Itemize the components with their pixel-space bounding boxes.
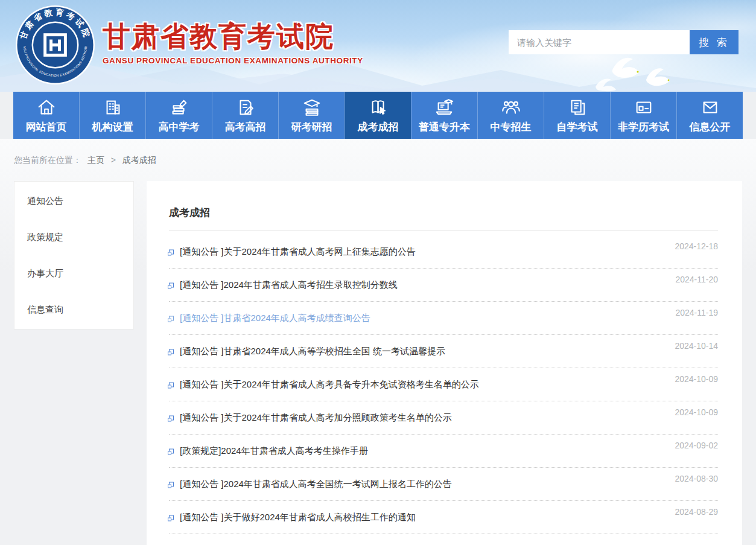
article-row: [通知公告 ]关于2024年甘肃省成人高考网上征集志愿的公告2024-12-18 [169, 235, 718, 269]
article-link[interactable]: [通知公告 ]关于2024年甘肃省成人高考加分照顾政策考生名单的公示 [169, 412, 452, 424]
brand: 甘肃省教育考试院 GANSU PROVINCIAL EDUCATION EXAM… [15, 5, 363, 85]
article-title: [通知公告 ]关于2024年甘肃省成人高考具备专升本免试资格考生名单的公示 [180, 379, 479, 390]
article-row: [通知公告 ]关于2024年甘肃省成人高考加分照顾政策考生名单的公示2024-1… [169, 401, 718, 435]
site-title-english: GANSU PROVINCAL EDUCATION EXAMINATIONS A… [103, 56, 363, 65]
article-row: [通知公告 ]2024年甘肃省成人高考全国统一考试网上报名工作的公告2024-0… [169, 468, 718, 501]
article-date: 2024-11-20 [675, 275, 718, 284]
nav-item-label: 非学历考试 [611, 120, 676, 134]
nav-item-label: 高中学考 [146, 120, 212, 134]
id-card-icon [611, 97, 676, 120]
site-logo: 甘肃省教育考试院 GANSU PROVINCIAL EDUCATION EXAM… [15, 5, 95, 85]
nav-item-label: 普通专升本 [411, 120, 477, 134]
documents-icon [544, 97, 610, 120]
article-title: [通知公告 ]关于2024年甘肃省成人高考网上征集志愿的公告 [180, 246, 416, 258]
article-row: [通知公告 ]2024年甘肃省成人高考招生录取控制分数线2024-11-20 [169, 269, 718, 302]
sidebar-item-policies[interactable]: 政策规定 [14, 219, 133, 255]
sidebar: 通知公告政策规定办事大厅信息查询 [14, 181, 134, 330]
page-body: 您当前所在位置： 主页 > 成考成招 通知公告政策规定办事大厅信息查询 成考成招… [0, 139, 756, 545]
nav-item-label: 网站首页 [13, 120, 79, 134]
breadcrumb-current[interactable]: 成考成招 [122, 155, 156, 165]
main-panel: 成考成招 [通知公告 ]关于2024年甘肃省成人高考网上征集志愿的公告2024-… [147, 181, 742, 545]
nav-item-label: 信息公开 [677, 120, 743, 134]
nav-item-zhuanshengben[interactable]: 普通专升本 [411, 92, 477, 139]
article-title: [通知公告 ]关于2024年甘肃省成人高考加分照顾政策考生名单的公示 [180, 412, 452, 424]
page-title: 成考成招 [169, 181, 718, 231]
books-pencil-icon [146, 97, 212, 120]
article-date: 2024-10-09 [675, 374, 718, 384]
nav-item-gaokao-admission[interactable]: 高考高招 [212, 92, 278, 139]
nav-item-label: 高考高招 [212, 120, 278, 134]
article-row: [通知公告 ]甘肃省2024年成人高考成绩查询公告2024-11-19 [169, 302, 718, 335]
article-date: 2024-08-30 [675, 474, 718, 483]
breadcrumb-prefix: 您当前所在位置： [14, 155, 81, 165]
breadcrumb-home-link[interactable]: 主页 [87, 155, 104, 165]
article-link[interactable]: [通知公告 ]甘肃省2024年成人高等学校招生全国 统一考试温馨提示 [169, 346, 445, 357]
article-link[interactable]: [通知公告 ]关于2024年甘肃省成人高考具备专升本免试资格考生名单的公示 [169, 379, 479, 390]
article-title: [通知公告 ]2024年甘肃省成人高考全国统一考试网上报名工作的公告 [180, 479, 452, 490]
site-title: 甘肃省教育考试院 [103, 21, 363, 53]
search-box: 搜 索 [509, 30, 739, 54]
nav-item-adult-exam[interactable]: 成考成招 [345, 92, 411, 139]
article-date: 2024-11-19 [675, 308, 718, 317]
article-title: [通知公告 ]2024年甘肃省成人高考招生录取控制分数线 [180, 279, 398, 291]
laptop-cap-icon [411, 97, 477, 120]
nav-item-label: 研考研招 [279, 120, 345, 134]
article-date: 2024-09-02 [675, 441, 718, 450]
nav-item-label: 中专招生 [478, 120, 544, 134]
article-title: [通知公告 ]甘肃省2024年成人高考成绩查询公告 [180, 313, 370, 324]
article-bullet-icon [169, 415, 174, 420]
article-list: [通知公告 ]关于2024年甘肃省成人高考网上征集志愿的公告2024-12-18… [169, 231, 718, 534]
building-icon [80, 97, 145, 120]
article-title: [政策规定]2024年甘肃省成人高考考生操作手册 [180, 445, 368, 457]
article-link[interactable]: [通知公告 ]2024年甘肃省成人高考招生录取控制分数线 [169, 279, 398, 291]
article-title: [通知公告 ]甘肃省2024年成人高等学校招生全国 统一考试温馨提示 [180, 346, 445, 357]
nav-item-label: 自学考试 [544, 120, 610, 134]
article-bullet-icon [169, 316, 174, 320]
nav-item-org-setup[interactable]: 机构设置 [79, 92, 145, 139]
article-date: 2024-10-14 [675, 341, 718, 351]
search-input[interactable] [509, 30, 690, 54]
article-link[interactable]: [通知公告 ]关于做好2024年甘肃省成人高校招生工作的通知 [169, 512, 416, 523]
nav-item-info-disclosure[interactable]: 信息公开 [676, 92, 743, 139]
article-bullet-icon [169, 482, 174, 486]
article-bullet-icon [169, 282, 174, 287]
nav-item-home[interactable]: 网站首页 [13, 92, 79, 139]
people-icon [478, 97, 544, 120]
nav-item-secondary-vocational[interactable]: 中专招生 [477, 92, 544, 139]
article-link[interactable]: [通知公告 ]2024年甘肃省成人高考全国统一考试网上报名工作的公告 [169, 479, 452, 490]
article-bullet-icon [169, 448, 174, 453]
book-cursor-icon [345, 97, 411, 120]
main-nav: 网站首页机构设置高中学考高考高招研考研招成考成招普通专升本中专招生自学考试非学历… [13, 92, 743, 139]
article-row: [政策规定]2024年甘肃省成人高考考生操作手册2024-09-02 [169, 435, 718, 468]
article-row: [通知公告 ]关于做好2024年甘肃省成人高校招生工作的通知2024-08-29 [169, 501, 718, 534]
article-link[interactable]: [通知公告 ]甘肃省2024年成人高考成绩查询公告 [169, 313, 370, 324]
nav-item-self-study-exam[interactable]: 自学考试 [544, 92, 610, 139]
article-title: [通知公告 ]关于做好2024年甘肃省成人高校招生工作的通知 [180, 512, 416, 523]
nav-item-high-school-exam[interactable]: 高中学考 [145, 92, 212, 139]
sidebar-item-info-query[interactable]: 信息查询 [14, 292, 133, 328]
breadcrumb: 您当前所在位置： 主页 > 成考成招 [14, 139, 742, 181]
article-bullet-icon [169, 349, 174, 354]
article-bullet-icon [169, 382, 174, 387]
search-button[interactable]: 搜 索 [690, 30, 739, 54]
sidebar-item-notices[interactable]: 通知公告 [14, 183, 133, 219]
graduation-books-icon [279, 97, 345, 120]
article-row: [通知公告 ]甘肃省2024年成人高等学校招生全国 统一考试温馨提示2024-1… [169, 335, 718, 368]
sidebar-item-service-hall[interactable]: 办事大厅 [14, 255, 133, 292]
article-row: [通知公告 ]关于2024年甘肃省成人高考具备专升本免试资格考生名单的公示202… [169, 368, 718, 401]
article-bullet-icon [169, 249, 174, 254]
home-icon [13, 97, 79, 120]
article-date: 2024-08-29 [675, 507, 718, 517]
nav-item-non-degree-exam[interactable]: 非学历考试 [610, 92, 676, 139]
article-link[interactable]: [政策规定]2024年甘肃省成人高考考生操作手册 [169, 445, 368, 457]
article-date: 2024-12-18 [675, 241, 718, 251]
breadcrumb-separator: > [111, 155, 116, 165]
article-link[interactable]: [通知公告 ]关于2024年甘肃省成人高考网上征集志愿的公告 [169, 246, 416, 258]
nav-item-label: 成考成招 [345, 120, 411, 134]
article-date: 2024-10-09 [675, 407, 718, 417]
nav-item-postgrad-exam[interactable]: 研考研招 [278, 92, 345, 139]
doves-decoration [594, 53, 685, 92]
envelope-icon [677, 97, 743, 120]
document-pen-icon [212, 97, 278, 120]
site-header: 甘肃省教育考试院 GANSU PROVINCIAL EDUCATION EXAM… [0, 0, 756, 92]
